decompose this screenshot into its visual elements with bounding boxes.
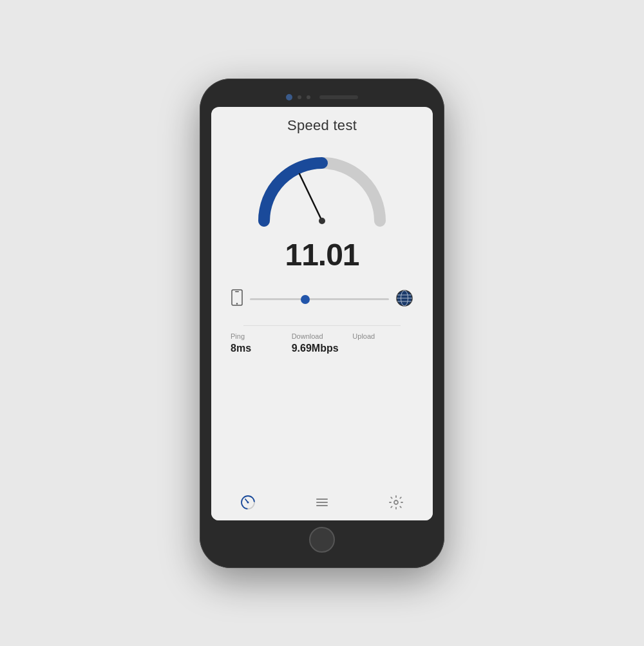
speed-value: 11.01 [285,237,359,272]
device-phone-icon [231,289,243,309]
divider [243,325,400,326]
camera-dot [286,94,292,100]
stat-upload: Upload [352,332,413,354]
stat-ping: Ping 8ms [231,332,292,354]
stat-download: Download 9.69Mbps [292,332,353,354]
ping-label: Ping [231,332,292,340]
screen-body: 11.01 [211,140,433,486]
speedometer-gauge [251,147,393,231]
nav-list[interactable] [301,492,343,513]
ping-value: 8ms [231,343,292,354]
home-button[interactable] [309,527,335,553]
bottom-nav [211,486,433,520]
phone-device: Speed test 11.01 [200,79,444,568]
svg-point-4 [236,303,238,304]
nav-settings[interactable] [375,492,417,513]
stats-row: Ping 8ms Download 9.69Mbps Upload [224,332,420,354]
speaker-bar [319,95,358,99]
phone-screen: Speed test 11.01 [211,107,433,520]
svg-line-0 [299,174,322,221]
download-label: Download [292,332,353,340]
sensor-dot-2 [307,95,310,99]
download-value: 9.69Mbps [292,343,353,354]
nav-speedometer[interactable] [227,492,269,513]
upload-label: Upload [352,332,413,340]
progress-dot [301,295,310,304]
sensor-dot [298,95,301,99]
svg-rect-3 [235,291,239,292]
svg-point-1 [319,218,325,224]
connection-bar [224,283,420,316]
phone-bottom [211,520,433,556]
page-title: Speed test [287,117,357,133]
svg-point-11 [247,501,249,503]
svg-point-15 [394,500,398,504]
globe-icon [395,289,413,310]
progress-track [250,298,389,300]
screen-header: Speed test [211,107,433,140]
phone-top-bar [211,90,433,107]
